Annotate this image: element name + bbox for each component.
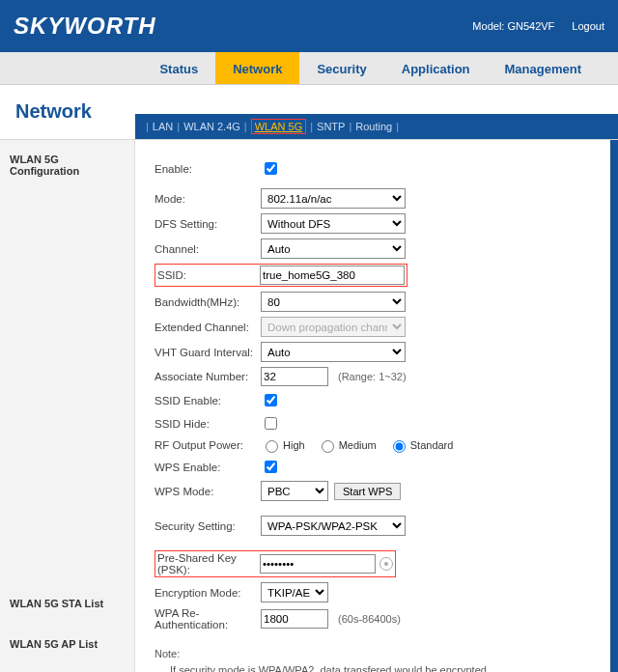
wps-mode-select[interactable]: PBC: [261, 481, 328, 501]
mode-select[interactable]: 802.11a/n/ac: [261, 188, 406, 209]
ssid-enable-checkbox[interactable]: [265, 394, 277, 406]
note-line1: If security mode is WPA/WPA2, data trans…: [170, 662, 591, 673]
assoc-range: (Range: 1~32): [338, 371, 407, 382]
sidebar: WLAN 5G Configuration WLAN 5G STA List W…: [0, 140, 135, 672]
rf-radio-medium[interactable]: [322, 440, 334, 453]
reauth-range: (60s-86400s): [338, 613, 401, 625]
psk-input[interactable]: [260, 554, 376, 574]
ssid-hide-checkbox[interactable]: [265, 417, 277, 430]
model-label: Model: GN542VF: [472, 20, 554, 32]
wps-mode-label: WPS Mode:: [154, 486, 261, 497]
nav-status[interactable]: Status: [142, 52, 215, 84]
nav-network[interactable]: Network: [215, 52, 299, 84]
security-label: Security Setting:: [154, 520, 261, 532]
page-title: Network: [0, 85, 135, 139]
start-wps-button[interactable]: Start WPS: [334, 483, 401, 500]
rf-high-label: High: [283, 439, 305, 451]
subnav-routing[interactable]: Routing: [355, 121, 392, 132]
top-nav: Status Network Security Application Mana…: [0, 52, 618, 85]
brand-logo: SKYWORTH: [14, 13, 156, 40]
assoc-input[interactable]: [261, 367, 328, 386]
security-select[interactable]: WPA-PSK/WPA2-PSK: [261, 516, 406, 536]
enc-label: Encryption Mode:: [154, 587, 261, 599]
subnav-wlan24g[interactable]: WLAN 2.4G: [183, 121, 240, 132]
eye-icon[interactable]: [379, 557, 393, 571]
rf-standard-label: Standard: [410, 439, 454, 451]
wps-enable-label: WPS Enable:: [154, 462, 261, 473]
sub-nav: | LAN | WLAN 2.4G | WLAN 5G | SNTP | Rou…: [135, 114, 618, 139]
channel-label: Channel:: [154, 243, 261, 255]
sidebar-item-ap-list[interactable]: WLAN 5G AP List: [6, 632, 128, 656]
dfs-label: DFS Setting:: [154, 218, 261, 230]
extch-select: Down propagation channel: [261, 317, 406, 337]
note-block: Note: If security mode is WPA/WPA2, data…: [154, 646, 591, 672]
channel-select[interactable]: Auto: [261, 238, 406, 259]
vht-label: VHT Guard Interval:: [154, 347, 261, 358]
sidebar-item-sta-list[interactable]: WLAN 5G STA List: [6, 592, 128, 615]
main-panel: Enable: Mode: 802.11a/n/ac DFS Setting: …: [135, 140, 610, 672]
nav-management[interactable]: Management: [488, 52, 599, 84]
extch-label: Extended Channel:: [154, 322, 261, 333]
ssid-hide-label: SSID Hide:: [154, 418, 261, 430]
ssid-label: SSID:: [157, 269, 260, 281]
enc-select[interactable]: TKIP/AES: [261, 582, 328, 602]
rf-label: RF Output Power:: [154, 439, 261, 451]
vht-select[interactable]: Auto: [261, 342, 406, 362]
reauth-input[interactable]: [261, 609, 328, 629]
rf-medium-label: Medium: [339, 439, 377, 451]
bw-label: Bandwidth(MHz):: [154, 296, 261, 308]
rf-radio-standard[interactable]: [393, 440, 406, 453]
sidebar-item-config[interactable]: WLAN 5G Configuration: [6, 148, 128, 182]
nav-security[interactable]: Security: [299, 52, 383, 84]
ssid-input[interactable]: [260, 266, 405, 285]
nav-application[interactable]: Application: [384, 52, 488, 84]
logout-link[interactable]: Logout: [572, 20, 604, 32]
mode-label: Mode:: [154, 193, 261, 205]
psk-label: Pre-Shared Key (PSK):: [157, 552, 260, 575]
subnav-lan[interactable]: LAN: [153, 121, 173, 132]
dfs-select[interactable]: Without DFS: [261, 213, 406, 234]
wps-enable-checkbox[interactable]: [265, 461, 277, 473]
assoc-label: Associate Number:: [154, 371, 261, 382]
ssid-enable-label: SSID Enable:: [154, 395, 261, 406]
subnav-sntp[interactable]: SNTP: [317, 121, 345, 132]
note-title: Note:: [154, 648, 180, 659]
reauth-label: WPA Re-Authentication:: [154, 607, 261, 630]
right-stripe: [610, 140, 618, 672]
bw-select[interactable]: 80: [261, 292, 406, 312]
enable-checkbox[interactable]: [265, 162, 277, 175]
header: SKYWORTH Model: GN542VF Logout: [0, 0, 618, 52]
subnav-wlan5g[interactable]: WLAN 5G: [251, 119, 307, 134]
enable-label: Enable:: [154, 163, 261, 175]
rf-radio-high[interactable]: [266, 440, 278, 453]
